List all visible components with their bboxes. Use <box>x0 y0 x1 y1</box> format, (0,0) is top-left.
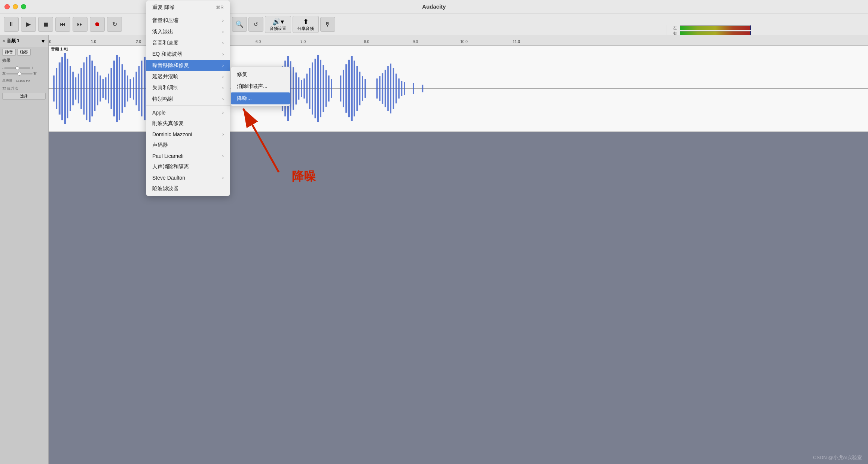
svg-rect-32 <box>138 66 140 111</box>
submenu-item-repair[interactable]: 修复 <box>231 68 290 80</box>
svg-rect-6 <box>67 59 68 118</box>
track-info-line1: 单声道，44100 Hz <box>2 79 46 83</box>
gain-track[interactable] <box>4 67 30 69</box>
maximize-button[interactable] <box>21 4 26 9</box>
svg-rect-74 <box>343 70 344 107</box>
svg-rect-82 <box>364 79 366 98</box>
svg-rect-89 <box>393 68 394 109</box>
svg-rect-1 <box>53 76 55 102</box>
menu-item-vocal[interactable]: 人声消除和隔离 <box>146 161 230 173</box>
track-header: ✕ 音频 1 ▼ <box>0 35 48 47</box>
svg-rect-60 <box>298 77 300 100</box>
menu-item-delay[interactable]: 延迟并混响 › <box>146 71 230 82</box>
svg-rect-12 <box>83 62 85 115</box>
stop-button[interactable]: ◼ <box>38 17 53 32</box>
share-audio-button[interactable]: ⬆ 分享音频 <box>293 16 319 33</box>
play-button[interactable]: ▶ <box>21 17 36 32</box>
menu-item-vocoder[interactable]: 声码器 <box>146 140 230 151</box>
minimize-button[interactable] <box>13 4 18 9</box>
main-area: 0.0 1.0 2.0 5.0 6.0 7.0 8.0 9.0 10.0 11.… <box>0 35 868 464</box>
noise-submenu: 修复 消除咔嗞声... 降噪... <box>230 67 290 106</box>
track-menu-button[interactable]: ▼ <box>40 38 46 44</box>
pause-button[interactable]: ⏸ <box>4 17 19 32</box>
pan-track[interactable] <box>6 73 33 74</box>
svg-rect-7 <box>70 66 71 111</box>
svg-rect-11 <box>80 68 82 109</box>
mute-solo-buttons: 静音 独奏 <box>2 49 46 56</box>
svg-rect-64 <box>309 68 311 109</box>
svg-rect-30 <box>133 77 134 100</box>
svg-rect-5 <box>64 53 66 124</box>
svg-rect-22 <box>110 68 112 109</box>
svg-rect-93 <box>404 82 405 95</box>
effects-label: 效果 <box>2 58 46 63</box>
svg-rect-14 <box>89 55 91 122</box>
mute-button[interactable]: 静音 <box>2 49 16 56</box>
next-button[interactable]: ⏭ <box>73 17 88 32</box>
mic-button[interactable]: 🎙 <box>320 17 335 32</box>
svg-rect-91 <box>398 79 400 99</box>
svg-rect-76 <box>348 60 350 117</box>
menu-item-repeat[interactable]: 重复 降噪 ⌘R <box>146 2 230 13</box>
solo-button[interactable]: 独奏 <box>17 49 31 56</box>
menu-item-apple[interactable]: Apple › <box>146 107 230 118</box>
svg-rect-16 <box>94 66 96 111</box>
menu-item-fadein[interactable]: 淡入淡出 › <box>146 26 230 37</box>
svg-rect-23 <box>113 61 115 116</box>
svg-rect-29 <box>130 79 131 98</box>
svg-rect-25 <box>119 57 120 120</box>
zoom-undo-button[interactable]: ↺ <box>248 17 263 32</box>
pan-right-label: 右 <box>33 71 37 76</box>
menu-item-dominic[interactable]: Dominic Mazzoni › <box>146 129 230 140</box>
track-close-button[interactable]: ✕ <box>2 39 5 43</box>
zoom-in-button[interactable]: 🔍 <box>232 17 247 32</box>
prev-button[interactable]: ⏮ <box>55 17 70 32</box>
svg-rect-73 <box>340 76 342 102</box>
svg-rect-59 <box>295 73 297 105</box>
svg-rect-72 <box>331 79 332 98</box>
loop-button[interactable]: ↻ <box>107 17 122 32</box>
svg-rect-95 <box>422 85 424 92</box>
menu-item-volume[interactable]: 音量和压缩 › <box>146 15 230 26</box>
toolbar-divider <box>126 18 126 30</box>
traffic-lights <box>4 4 26 9</box>
svg-rect-4 <box>61 57 63 120</box>
svg-rect-20 <box>105 77 107 100</box>
track-panel: ✕ 音频 1 ▼ 静音 独奏 效果 - + 左 <box>0 35 49 464</box>
audio-settings-button[interactable]: 🔊▾ 音频设置 <box>265 16 291 33</box>
svg-rect-8 <box>72 72 74 106</box>
menu-item-paul[interactable]: Paul Licameli › <box>146 151 230 161</box>
svg-rect-67 <box>317 55 319 122</box>
svg-rect-85 <box>382 73 383 104</box>
svg-rect-77 <box>351 56 353 121</box>
svg-rect-94 <box>413 83 414 94</box>
select-button[interactable]: 选择 <box>2 93 46 100</box>
submenu-item-click[interactable]: 消除咔嗞声... <box>231 80 290 92</box>
svg-rect-84 <box>379 76 380 101</box>
menu-item-pitch[interactable]: 音高和速度 › <box>146 37 230 49</box>
svg-rect-90 <box>395 74 397 104</box>
gain-thumb[interactable] <box>15 66 19 70</box>
svg-rect-34 <box>144 57 146 120</box>
pan-slider-row: 左 右 <box>2 71 46 76</box>
pan-thumb[interactable] <box>18 72 21 76</box>
menu-item-clipfix[interactable]: 削波失真修复 <box>146 118 230 129</box>
svg-rect-28 <box>127 76 128 102</box>
track-controls: 静音 独奏 效果 - + 左 右 单声道，44100 Hz 32 位 <box>0 47 48 101</box>
record-button[interactable]: ⏺ <box>90 17 105 32</box>
svg-rect-83 <box>376 79 378 99</box>
menu-item-notch[interactable]: 陷波滤波器 <box>146 183 230 194</box>
svg-rect-62 <box>303 79 305 99</box>
menu-item-steve[interactable]: Steve Daulton › <box>146 173 230 183</box>
svg-rect-70 <box>326 70 327 107</box>
close-button[interactable] <box>4 4 10 9</box>
svg-rect-10 <box>78 74 79 104</box>
main-toolbar: ⏸ ▶ ◼ ⏮ ⏭ ⏺ ↻ 🔍 ↺ 🔊▾ 音频设置 ⬆ 分享音频 🎙 左右 -5… <box>0 13 868 35</box>
svg-rect-65 <box>312 62 313 115</box>
submenu-item-denoise[interactable]: 降噪... <box>231 92 290 104</box>
menu-item-eq[interactable]: EQ 和滤波器 › <box>146 49 230 60</box>
menu-item-distortion[interactable]: 失真和调制 › <box>146 82 230 94</box>
watermark: CSDN @小虎AI实验室 <box>813 454 862 461</box>
menu-item-noise-remove[interactable]: 噪音移除和修复 › <box>146 60 230 71</box>
menu-item-credits[interactable]: 特别鸣谢 › <box>146 94 230 106</box>
